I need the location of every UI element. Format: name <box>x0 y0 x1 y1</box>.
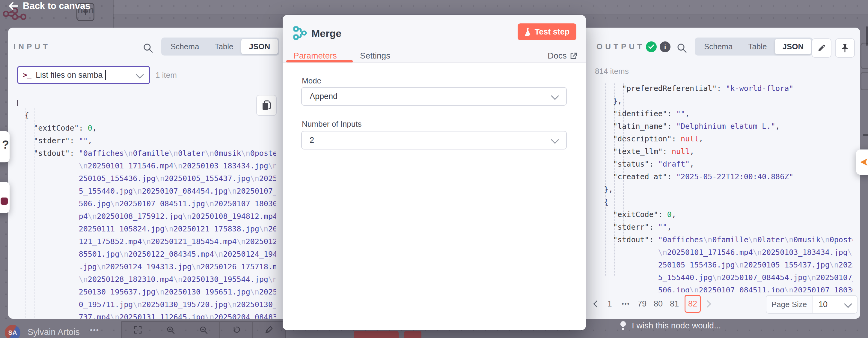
execute-command-node-icon <box>1 198 8 205</box>
pin-output-button[interactable] <box>835 38 855 58</box>
input-source-select[interactable]: >_ List files on samba <box>17 66 150 84</box>
pagination: 1•••79808182 <box>594 295 710 313</box>
info-icon[interactable]: i <box>660 41 671 52</box>
tab-parameters[interactable]: Parameters <box>293 51 337 61</box>
json-line: "exitCode": 0, <box>16 122 276 135</box>
pagination-page-81[interactable]: 81 <box>669 296 680 312</box>
canvas-node-hint <box>404 331 422 338</box>
back-to-canvas-label: Back to canvas <box>23 1 91 11</box>
pin-icon <box>841 44 849 53</box>
json-line: [ <box>16 97 276 109</box>
mode-field-label: Mode <box>302 76 321 86</box>
docs-link[interactable]: Docs <box>548 51 578 61</box>
mode-select-value: Append <box>310 92 338 101</box>
mode-select[interactable]: Append <box>301 87 567 106</box>
input-node-tab-2[interactable] <box>0 182 9 213</box>
question-node-icon: ? <box>2 138 9 151</box>
input-source-value: List files on samba <box>36 71 103 80</box>
input-tab-table[interactable]: Table <box>207 39 241 54</box>
canvas-line-hint <box>863 134 868 136</box>
page-size-value: 10 <box>818 300 828 309</box>
test-step-button[interactable]: Test step <box>518 23 577 40</box>
input-node-tab-1[interactable]: ? <box>0 131 9 162</box>
page-size-control[interactable]: Page Size 10 <box>766 295 858 314</box>
json-line: "stderr": "", <box>16 135 276 147</box>
pagination-page-1[interactable]: 1 <box>603 296 616 312</box>
json-line: "latin_name": "Delphinium elatum L.", <box>595 120 853 133</box>
number-of-inputs-value: 2 <box>310 136 314 145</box>
search-icon[interactable] <box>143 43 153 53</box>
edit-output-button[interactable] <box>812 38 831 58</box>
terminal-icon: >_ <box>23 71 31 79</box>
json-line: 506.jpg\n20250107_084511.jpg\n20250107_1… <box>16 198 276 210</box>
json-line: "status": "draft", <box>595 158 853 170</box>
input-panel: INPUT Schema Table JSON >_ List files on… <box>8 28 283 319</box>
json-line: "texte_llm": null, <box>595 145 853 158</box>
output-panel: OUTPUT i Schema Table JSON 814 items <box>586 28 860 319</box>
canvas-controls-toolbar <box>121 321 286 338</box>
canvas-widget-hint <box>861 72 868 90</box>
zoom-to-fit-button[interactable] <box>122 322 154 338</box>
pencil-icon <box>817 44 826 53</box>
pagination-next-icon <box>704 300 711 307</box>
number-of-inputs-select[interactable]: 2 <box>301 131 567 149</box>
json-line: \n20250128_182310.mp4\n20250130_195544.j… <box>16 273 276 286</box>
pagination-page-80[interactable]: 80 <box>652 296 664 312</box>
json-line: "stderr": "", <box>595 221 853 233</box>
json-line: "exitCode": 0, <box>595 208 853 221</box>
json-line: "stdout": "0affiches\n0famille\n0later\n… <box>16 147 276 160</box>
input-tab-schema[interactable]: Schema <box>163 39 207 54</box>
tidy-up-button[interactable] <box>252 322 285 338</box>
chevron-down-icon <box>136 71 144 79</box>
brush-icon <box>265 326 273 334</box>
text-cursor <box>105 70 106 80</box>
json-line: 85501.jpg\n20250122_084345.mp4\n20250124… <box>16 248 276 260</box>
flask-icon <box>525 28 531 36</box>
input-view-switcher: Schema Table JSON <box>161 37 279 56</box>
json-line: \n20250101_171546.mp4\n20250103_183434.j… <box>595 246 853 259</box>
pagination-page-79[interactable]: 79 <box>636 296 648 312</box>
avatar[interactable]: SA <box>5 325 20 338</box>
zoom-in-button[interactable] <box>154 322 186 338</box>
output-view-switcher: Schema Table JSON <box>695 37 813 56</box>
input-items-count: 1 item <box>156 71 177 80</box>
json-line: }, <box>595 95 853 108</box>
input-panel-title: INPUT <box>13 42 50 51</box>
pagination-prev-icon[interactable] <box>593 300 600 307</box>
search-icon[interactable] <box>677 43 687 53</box>
json-line: }, <box>595 183 853 196</box>
input-json-viewer[interactable]: [ { "exitCode": 0, "stderr": "", "stdout… <box>16 97 276 319</box>
output-tab-json[interactable]: JSON <box>775 39 812 54</box>
json-line: p4\n20250108_175912.jpg\n20250108_194812… <box>16 210 276 223</box>
tab-settings[interactable]: Settings <box>360 51 390 61</box>
json-line: 737.mp4\n20250131_112645.jpg\n20250204_0… <box>16 311 276 319</box>
pagination-ellipsis: ••• <box>620 296 632 312</box>
tabbar-divider <box>113 0 114 28</box>
pagination-page-82[interactable]: 82 <box>685 295 701 313</box>
output-node-tab[interactable] <box>856 149 868 175</box>
reset-zoom-button[interactable] <box>219 322 252 338</box>
json-line: 0_195711.jpg\n20250130_195720.jpg\n20250… <box>16 299 276 311</box>
output-tab-table[interactable]: Table <box>740 39 774 54</box>
canvas-tabbar-hint <box>113 0 868 15</box>
active-tab-underline <box>286 60 353 62</box>
input-tab-json[interactable]: JSON <box>241 39 278 54</box>
output-items-count: 814 items <box>595 67 629 76</box>
json-line: 121_175852.mp4\n20250121_185454.mp4\n202… <box>16 235 276 248</box>
node-settings-modal: Merge Test step Parameters Settings Docs… <box>283 15 586 330</box>
json-line: 506.jpg\n20250107_084511.jpg\n20250107_1… <box>595 284 853 292</box>
json-line: 20250111_105824.jpg\n20250121_175838.jpg… <box>16 223 276 235</box>
lightbulb-icon <box>619 320 627 331</box>
back-to-canvas-button[interactable]: Back to canvas <box>8 1 91 11</box>
output-json-viewer[interactable]: "preferedReferential": "k-world-flora" }… <box>595 82 853 292</box>
json-line: "stdout": "0affiches\n0famille\n0later\n… <box>595 233 853 246</box>
test-step-label: Test step <box>535 27 570 37</box>
canvas-widget-hint <box>861 43 868 69</box>
zoom-out-button[interactable] <box>187 322 219 338</box>
json-line: 5_155440.jpg\n20250107_084454.jpg\n20250… <box>595 271 853 284</box>
chevron-down-icon <box>844 300 852 308</box>
wish-feedback-button[interactable]: I wish this node would... <box>619 320 721 331</box>
output-tab-schema[interactable]: Schema <box>696 39 740 54</box>
undo-icon <box>232 326 241 334</box>
user-menu-button[interactable]: ••• <box>90 326 99 334</box>
